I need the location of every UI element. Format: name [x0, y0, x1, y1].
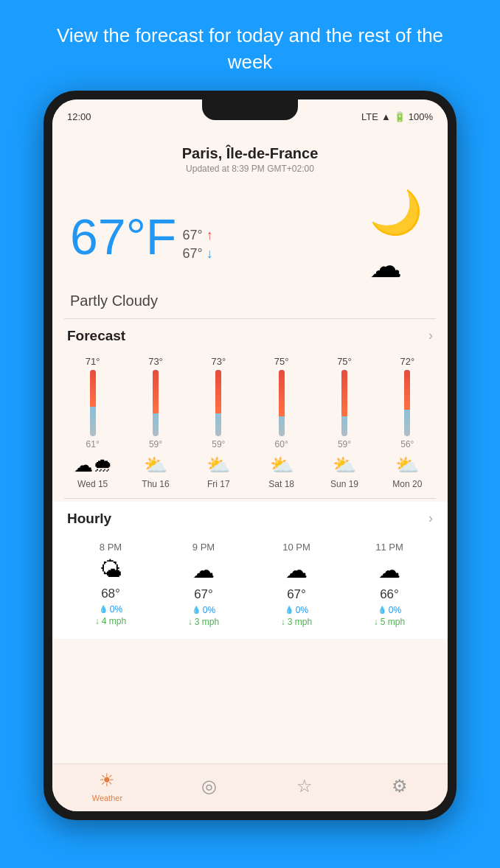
- forecast-label: Thu 16: [142, 479, 169, 489]
- temp-bar: [153, 370, 159, 436]
- nav-item-1[interactable]: ◎: [201, 776, 217, 797]
- temp-bar-fill: [153, 370, 159, 413]
- location-updated: Updated at 8:39 PM GMT+02:00: [67, 164, 433, 174]
- forecast-label: Fri 17: [207, 479, 230, 489]
- forecast-icon: ⛅: [206, 454, 230, 477]
- forecast-day: 75° 60° ⛅ Sat 18: [253, 356, 310, 489]
- current-weather: 67°F 67° ↑ 67° ↓ 🌙☁: [52, 180, 448, 290]
- forecast-scroll: 71° 61° ☁🌧 Wed 15 73° 59° ⛅ Thu 16 73° 5…: [52, 350, 448, 498]
- forecast-day: 73° 59° ⛅ Thu 16: [127, 356, 184, 489]
- status-bar: 12:00 LTE ▲ 🔋 100%: [52, 99, 448, 136]
- location-name: Paris, Île-de-France: [67, 145, 433, 162]
- phone-notch: [202, 99, 298, 120]
- lte-icon: LTE: [361, 111, 378, 122]
- forecast-icon: ⛅: [333, 454, 356, 477]
- forecast-low: 60°: [275, 439, 288, 449]
- battery-level: 100%: [409, 111, 433, 122]
- hourly-temp: 68°: [101, 587, 120, 601]
- current-weather-icon: 🌙☁: [369, 187, 423, 287]
- hourly-item: 8 PM 🌤 68° 💧0% ↓4 mph: [64, 539, 157, 630]
- page-header: View the forecast for today and the rest…: [0, 0, 500, 91]
- temp-bar-fill: [215, 370, 221, 413]
- forecast-high: 73°: [148, 356, 163, 367]
- forecast-low: 56°: [400, 439, 414, 449]
- hourly-icon: 🌤: [100, 557, 122, 582]
- forecast-high: 73°: [211, 356, 226, 367]
- condition-text: Partly Cloudy: [52, 290, 448, 318]
- current-temp: 67°F: [70, 211, 176, 262]
- forecast-icon: ⛅: [270, 454, 294, 477]
- forecast-icon: ⛅: [144, 454, 167, 477]
- hourly-precip: 💧0%: [378, 605, 401, 615]
- forecast-label: Wed 15: [77, 479, 108, 489]
- divider-2: [64, 498, 436, 499]
- forecast-icon: ⛅: [395, 454, 419, 477]
- hourly-scroll: 8 PM 🌤 68° 💧0% ↓4 mph 9 PM ☁ 67° 💧0% ↓3 …: [52, 533, 448, 639]
- hourly-section: Hourly › 8 PM 🌤 68° 💧0% ↓4 mph 9 PM ☁ 67…: [52, 502, 448, 639]
- forecast-day: 71° 61° ☁🌧 Wed 15: [64, 356, 121, 489]
- temp-bar: [90, 370, 96, 436]
- forecast-day: 72° 56° ⛅ Mon 20: [379, 356, 436, 489]
- hourly-wind: ↓3 mph: [281, 617, 312, 627]
- status-right: LTE ▲ 🔋 100%: [361, 107, 433, 122]
- forecast-day: 73° 59° ⛅ Fri 17: [190, 356, 247, 489]
- forecast-high: 72°: [400, 356, 414, 367]
- hourly-icon: ☁: [192, 557, 215, 583]
- signal-icon: ▲: [381, 111, 391, 122]
- temp-low: 67° ↓: [182, 246, 212, 262]
- temp-high: 67° ↑: [182, 228, 212, 243]
- forecast-label: Sat 18: [268, 479, 294, 489]
- screen-content: Paris, Île-de-France Updated at 8:39 PM …: [52, 136, 448, 763]
- forecast-high: 71°: [86, 356, 100, 367]
- hourly-chevron: ›: [428, 511, 433, 526]
- forecast-low: 59°: [338, 439, 351, 449]
- nav-icon-0: ☀: [99, 770, 115, 791]
- location-section: Paris, Île-de-France Updated at 8:39 PM …: [52, 136, 448, 180]
- temp-bar-fill: [404, 370, 410, 410]
- temp-range: 67° ↑ 67° ↓: [182, 228, 212, 262]
- header-title: View the forecast for today and the rest…: [0, 0, 500, 91]
- hourly-item: 9 PM ☁ 67° 💧0% ↓3 mph: [157, 539, 250, 630]
- hourly-time: 11 PM: [375, 542, 403, 553]
- temp-bar: [215, 370, 221, 436]
- hourly-precip: 💧0%: [192, 605, 215, 615]
- phone-frame: 12:00 LTE ▲ 🔋 100% Paris, Île-de-France …: [44, 91, 456, 820]
- hourly-item: 10 PM ☁ 67° 💧0% ↓3 mph: [250, 539, 343, 630]
- nav-icon-1: ◎: [201, 776, 217, 797]
- hourly-title: Hourly: [67, 511, 111, 527]
- forecast-low: 59°: [149, 439, 162, 449]
- temp-bar-fill: [341, 370, 347, 416]
- forecast-label: Mon 20: [392, 479, 422, 489]
- hourly-icon: ☁: [285, 557, 308, 583]
- temp-bar: [341, 370, 347, 436]
- nav-item-3[interactable]: ⚙: [392, 776, 408, 797]
- hourly-temp: 67°: [194, 587, 213, 602]
- forecast-header[interactable]: Forecast ›: [52, 319, 448, 350]
- hourly-temp: 66°: [380, 587, 399, 602]
- battery-icon: 🔋: [394, 111, 406, 122]
- forecast-label: Sun 19: [330, 479, 358, 489]
- hourly-icon: ☁: [378, 557, 400, 583]
- hourly-temp: 67°: [287, 587, 306, 602]
- phone-screen: 12:00 LTE ▲ 🔋 100% Paris, Île-de-France …: [52, 99, 448, 811]
- nav-item-2[interactable]: ☆: [296, 776, 313, 797]
- nav-label-0: Weather: [92, 794, 122, 802]
- hourly-wind: ↓5 mph: [374, 617, 405, 627]
- forecast-high: 75°: [337, 356, 352, 367]
- nav-item-0[interactable]: ☀ Weather: [92, 770, 122, 802]
- temp-bar-fill: [90, 370, 96, 407]
- hourly-time: 9 PM: [192, 542, 215, 553]
- hourly-wind: ↓4 mph: [95, 616, 126, 626]
- hourly-header[interactable]: Hourly ›: [52, 502, 448, 533]
- forecast-high: 75°: [274, 356, 289, 367]
- forecast-day: 75° 59° ⛅ Sun 19: [316, 356, 372, 489]
- hourly-wind: ↓3 mph: [188, 617, 219, 627]
- hourly-time: 10 PM: [282, 542, 310, 553]
- nav-icon-3: ⚙: [392, 776, 408, 797]
- forecast-icon: ☁🌧: [74, 454, 112, 477]
- forecast-low: 59°: [212, 439, 225, 449]
- hourly-time: 8 PM: [100, 542, 122, 553]
- forecast-low: 61°: [86, 439, 100, 449]
- hourly-precip: 💧0%: [99, 604, 122, 615]
- nav-icon-2: ☆: [296, 776, 313, 797]
